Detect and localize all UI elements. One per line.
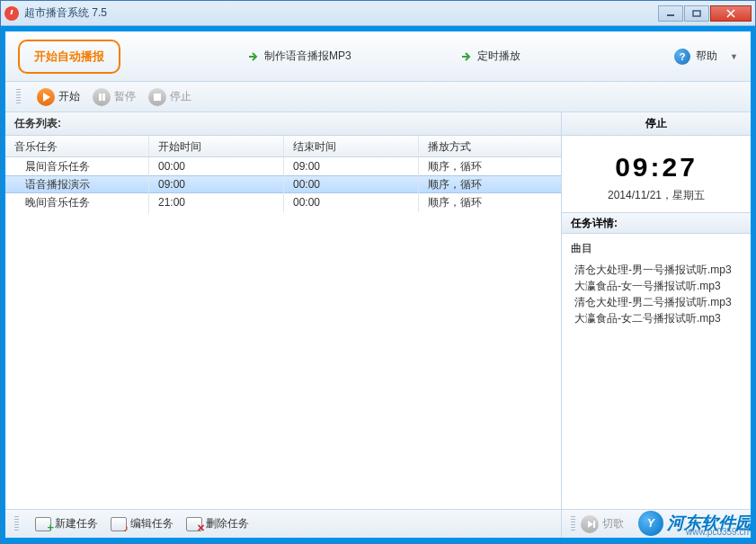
skip-icon	[581, 515, 599, 533]
close-button[interactable]	[710, 5, 752, 22]
watermark: Y 河东软件园 www.pc0359.cn	[638, 511, 751, 536]
edit-task-button[interactable]: 编辑任务	[111, 516, 173, 531]
cell-start: 00:00	[149, 157, 284, 176]
app-icon	[4, 6, 19, 21]
start-button[interactable]: 开始	[37, 88, 80, 106]
left-pane: 任务列表: 音乐任务 开始时间 结束时间 播放方式 晨间音乐任务00:0009:…	[5, 112, 562, 538]
edit-task-icon	[111, 517, 127, 531]
cell-end: 00:00	[284, 192, 419, 212]
timed-play-label: 定时播放	[477, 49, 520, 64]
stop-label: 停止	[170, 89, 191, 104]
task-list-header: 任务列表:	[5, 112, 561, 136]
table-body: 晨间音乐任务00:0009:00顺序，循环语音播报演示09:0000:00顺序，…	[5, 157, 561, 509]
cell-task: 晚间音乐任务	[5, 192, 149, 214]
col-play-mode[interactable]: 播放方式	[419, 136, 561, 156]
delete-task-button[interactable]: 删除任务	[186, 516, 249, 531]
minimize-button[interactable]	[658, 5, 683, 22]
clock-date: 2014/11/21，星期五	[562, 188, 751, 203]
make-mp3-button[interactable]: 制作语音播报MP3	[246, 49, 351, 64]
content-area: 任务列表: 音乐任务 开始时间 结束时间 播放方式 晨间音乐任务00:0009:…	[5, 112, 751, 538]
start-label: 开始	[58, 89, 80, 104]
edit-task-label: 编辑任务	[130, 516, 173, 531]
right-footer: 切歌 Y 河东软件园 www.pc0359.cn	[562, 509, 751, 538]
playback-toolbar: 开始 暂停 停止	[5, 82, 751, 112]
watermark-url: www.pc0359.cn	[686, 527, 749, 537]
grip-icon	[16, 89, 21, 105]
track-item: 清仓大处理-男一号播报试听.mp3	[574, 262, 742, 278]
track-item: 大瀛食品-女二号播报试听.mp3	[574, 310, 742, 326]
app-window: 超市播音系统 7.5 开始自动播报 制作语音播报MP3 定时播放	[0, 0, 756, 544]
new-task-label: 新建任务	[55, 516, 98, 531]
delete-task-icon	[186, 517, 202, 531]
status-header: 停止	[562, 112, 751, 136]
stop-icon	[148, 88, 166, 106]
delete-task-label: 删除任务	[206, 516, 249, 531]
cell-end: 00:00	[284, 174, 419, 194]
grip-icon	[571, 516, 575, 532]
maximize-button[interactable]	[684, 5, 709, 22]
track-label: 曲目	[571, 241, 742, 256]
col-end-time[interactable]: 结束时间	[284, 136, 419, 156]
auto-broadcast-button[interactable]: 开始自动播报	[18, 40, 120, 74]
right-pane: 停止 09:27 2014/11/21，星期五 任务详情: 曲目 清仓大处理-男…	[562, 112, 751, 538]
table-row[interactable]: 晚间音乐任务21:0000:00顺序，循环	[5, 193, 561, 211]
new-task-icon	[35, 517, 51, 531]
new-task-button[interactable]: 新建任务	[35, 516, 98, 531]
track-item: 清仓大处理-男二号播报试听.mp3	[574, 294, 742, 310]
table-header: 音乐任务 开始时间 结束时间 播放方式	[5, 136, 561, 157]
frame-body: 开始自动播报 制作语音播报MP3 定时播放 ? 帮助 ▼	[1, 26, 755, 543]
pause-label: 暂停	[114, 89, 136, 104]
clock-time: 09:27	[562, 152, 751, 183]
skip-button[interactable]: 切歌	[581, 515, 624, 533]
help-icon: ?	[674, 49, 690, 65]
make-mp3-label: 制作语音播报MP3	[264, 49, 351, 64]
play-icon	[37, 88, 55, 106]
detail-body: 曲目 清仓大处理-男一号播报试听.mp3大瀛食品-女一号播报试听.mp3清仓大处…	[562, 234, 751, 334]
pause-icon	[93, 88, 111, 106]
cell-mode: 顺序，循环	[419, 192, 561, 214]
timed-play-button[interactable]: 定时播放	[459, 49, 520, 64]
help-button[interactable]: ? 帮助 ▼	[674, 49, 738, 65]
clock-area: 09:27 2014/11/21，星期五	[562, 136, 751, 212]
track-list: 清仓大处理-男一号播报试听.mp3大瀛食品-女一号播报试听.mp3清仓大处理-男…	[571, 262, 742, 326]
cell-start: 09:00	[149, 174, 284, 194]
watermark-logo-icon: Y	[638, 511, 663, 536]
arrow-right-icon	[459, 50, 472, 63]
grip-icon	[14, 516, 19, 532]
stop-button[interactable]: 停止	[148, 88, 191, 106]
top-toolbar: 开始自动播报 制作语音播报MP3 定时播放 ? 帮助 ▼	[5, 31, 751, 82]
track-item: 大瀛食品-女一号播报试听.mp3	[574, 278, 742, 294]
titlebar[interactable]: 超市播音系统 7.5	[1, 1, 755, 26]
svg-rect-1	[693, 11, 700, 16]
col-task[interactable]: 音乐任务	[5, 136, 149, 156]
skip-label: 切歌	[602, 516, 624, 531]
task-footer-toolbar: 新建任务 编辑任务 删除任务	[5, 509, 561, 538]
cell-end: 09:00	[284, 157, 419, 176]
cell-start: 21:00	[149, 192, 284, 212]
svg-rect-0	[667, 14, 674, 16]
col-start-time[interactable]: 开始时间	[149, 136, 284, 156]
chevron-down-icon: ▼	[730, 52, 738, 61]
pause-button[interactable]: 暂停	[93, 88, 136, 106]
arrow-right-icon	[246, 50, 259, 63]
detail-header: 任务详情:	[562, 212, 751, 234]
window-title: 超市播音系统 7.5	[24, 5, 107, 21]
inner-panel: 开始自动播报 制作语音播报MP3 定时播放 ? 帮助 ▼	[5, 31, 751, 538]
help-label: 帮助	[696, 49, 717, 64]
